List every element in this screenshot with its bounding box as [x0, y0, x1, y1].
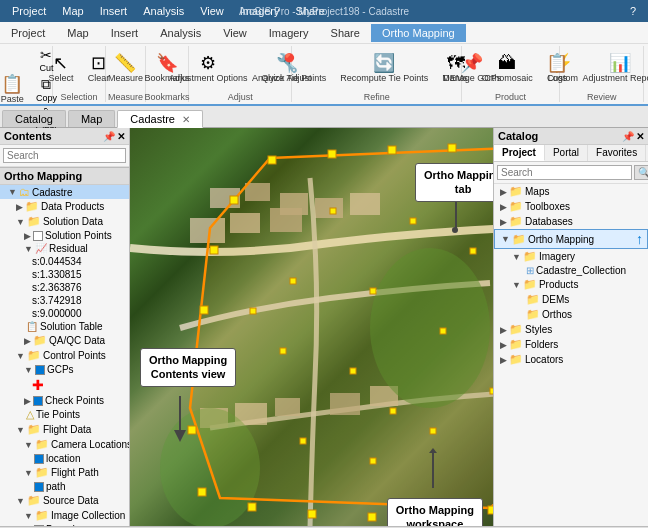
- adjustment-options-button[interactable]: ⚙ Adjustment Options: [164, 51, 253, 86]
- tree-item-s3[interactable]: s:2.363876: [0, 281, 129, 294]
- tree-item-image-collection[interactable]: ▼ 📁 Image Collection: [0, 508, 129, 523]
- tab-cadastre[interactable]: Cadastre ✕: [117, 110, 203, 128]
- orthomosaic-button[interactable]: 🏔 Orthomosaic: [477, 51, 538, 86]
- folder-icon-control-points: 📁: [27, 349, 41, 362]
- checkbox-gcps[interactable]: [35, 365, 45, 375]
- catalog-search-input[interactable]: [497, 165, 632, 180]
- tree-item-solution-data[interactable]: ▼ 📁 Solution Data: [0, 214, 129, 229]
- tree-item-data-products[interactable]: ▶ 📁 Data Products: [0, 199, 129, 214]
- tab-insert[interactable]: Insert: [100, 24, 150, 42]
- tree-item-control-points[interactable]: ▼ 📁 Control Points: [0, 348, 129, 363]
- tree-label-cadastre: Cadastre: [32, 187, 73, 198]
- cat-item-toolboxes[interactable]: ▶ 📁 Toolboxes: [494, 199, 648, 214]
- tree-label-solution-points: Solution Points: [45, 230, 112, 241]
- tree-label-s5: s:9.000000: [32, 308, 82, 319]
- pin-catalog-icon[interactable]: 📌: [622, 131, 634, 142]
- cat-item-locators[interactable]: ▶ 📁 Locators: [494, 352, 648, 367]
- tab-map-doc[interactable]: Map: [68, 110, 115, 127]
- tree-item-residual[interactable]: ▼ 📈 Residual: [0, 242, 129, 255]
- tree-label-camera-locations: Camera Locations: [51, 439, 129, 450]
- cat-label-databases: Databases: [525, 216, 573, 227]
- tree-item-tie-points[interactable]: △ Tie Points: [0, 407, 129, 422]
- tree-item-s4[interactable]: s:3.742918: [0, 294, 129, 307]
- analyze-tie-points-button[interactable]: 📍 Analyze Tie Points: [247, 51, 331, 86]
- checkbox-check-points[interactable]: [33, 396, 43, 406]
- tree-item-qaqc[interactable]: ▶ 📁 QA/QC Data: [0, 333, 129, 348]
- cat-item-styles[interactable]: ▶ 📁 Styles: [494, 322, 648, 337]
- menu-analysis[interactable]: Analysis: [135, 5, 192, 17]
- tree-item-flight-path[interactable]: ▼ 📁 Flight Path: [0, 465, 129, 480]
- svg-rect-28: [368, 513, 376, 521]
- tab-project[interactable]: Project: [0, 24, 56, 42]
- tree-item-solution-table[interactable]: 📋 Solution Table: [0, 320, 129, 333]
- checkbox-location[interactable]: [34, 454, 44, 464]
- tab-analysis[interactable]: Analysis: [149, 24, 212, 42]
- catalog-search-button[interactable]: 🔍: [634, 165, 648, 180]
- tab-map[interactable]: Map: [56, 24, 99, 42]
- catalog-tab-portal[interactable]: Portal: [545, 145, 588, 161]
- review-items: 📋 Logs 📊 Adjustment Report: [541, 46, 648, 90]
- dems-button[interactable]: 🗺 DEMs: [438, 51, 473, 86]
- logs-button[interactable]: 📋 Logs: [541, 51, 573, 86]
- tab-view[interactable]: View: [212, 24, 258, 42]
- tree-item-check-points[interactable]: ▶ Check Points: [0, 394, 129, 407]
- cat-item-dems[interactable]: 📁 DEMs: [494, 292, 648, 307]
- tree-item-camera-locations[interactable]: ▼ 📁 Camera Locations: [0, 437, 129, 452]
- svg-rect-19: [448, 144, 456, 152]
- cat-item-folders[interactable]: ▶ 📁 Folders: [494, 337, 648, 352]
- gcp-symbol: ✚: [32, 377, 44, 393]
- menu-map[interactable]: Map: [54, 5, 91, 17]
- callout-contents-line-svg: [170, 396, 250, 446]
- tree-item-location[interactable]: location: [0, 452, 129, 465]
- checkbox-boundary[interactable]: [34, 525, 44, 527]
- tree-item-gcps[interactable]: ▼ GCPs: [0, 363, 129, 376]
- cat-item-imagery[interactable]: ▼ 📁 Imagery: [494, 249, 648, 264]
- tree-item-s5[interactable]: s:9.000000: [0, 307, 129, 320]
- tree-item-cadastre[interactable]: ▼ 🗂 Cadastre: [0, 185, 129, 199]
- help-icon[interactable]: ?: [622, 5, 644, 17]
- paste-button[interactable]: 📋 Paste: [0, 72, 29, 107]
- close-icon[interactable]: ✕: [182, 114, 190, 125]
- refine-group-label: Refine: [364, 90, 390, 102]
- close-catalog-icon[interactable]: ✕: [636, 131, 644, 142]
- tree-item-s2[interactable]: s:1.330815: [0, 268, 129, 281]
- catalog-tab-favorites[interactable]: Favorites: [588, 145, 646, 161]
- cat-item-databases[interactable]: ▶ 📁 Databases: [494, 214, 648, 229]
- tree-label-s4: s:3.742918: [32, 295, 82, 306]
- menu-view[interactable]: View: [192, 5, 232, 17]
- tab-imagery[interactable]: Imagery: [258, 24, 320, 42]
- search-input[interactable]: [3, 148, 126, 163]
- checkbox-solution-points[interactable]: [33, 231, 43, 241]
- cat-item-ortho-mapping[interactable]: ▼ 📁 Ortho Mapping ↑: [494, 229, 648, 249]
- tree-label-gcps: GCPs: [47, 364, 74, 375]
- pin-icon[interactable]: 📌: [103, 131, 115, 142]
- cat-item-orthos[interactable]: 📁 Orthos: [494, 307, 648, 322]
- cat-item-maps[interactable]: ▶ 📁 Maps: [494, 184, 648, 199]
- tree-item-source-data[interactable]: ▼ 📁 Source Data: [0, 493, 129, 508]
- svg-rect-44: [350, 368, 356, 374]
- tree-item-flight-data[interactable]: ▼ 📁 Flight Data: [0, 422, 129, 437]
- menu-project[interactable]: Project: [4, 5, 54, 17]
- catalog-tab-project[interactable]: Project: [494, 145, 545, 161]
- tab-share[interactable]: Share: [320, 24, 371, 42]
- tree-item-boundary[interactable]: Boundary: [0, 523, 129, 526]
- checkbox-path[interactable]: [34, 482, 44, 492]
- ribbon-group-selection: ↖ Select ⊡ Clear Selection: [53, 46, 106, 102]
- map-area[interactable]: Ortho Mappingtab Ortho MappingContents v…: [130, 128, 493, 526]
- select-button[interactable]: ↖ Select: [43, 51, 78, 86]
- tab-catalog[interactable]: Catalog: [2, 110, 66, 127]
- tree-item-s1[interactable]: s:0.044534: [0, 255, 129, 268]
- cat-item-cadastre-collection[interactable]: ⊞ Cadastre_Collection: [494, 264, 648, 277]
- tree-item-solution-points[interactable]: ▶ Solution Points: [0, 229, 129, 242]
- tree-item-path[interactable]: path: [0, 480, 129, 493]
- tab-ortho-mapping[interactable]: Ortho Mapping: [371, 24, 466, 42]
- dems-icon: 🗺: [447, 54, 465, 72]
- tree-label-path: path: [46, 481, 65, 492]
- expand-folders: ▶: [500, 340, 507, 350]
- close-panel-icon[interactable]: ✕: [117, 131, 125, 142]
- adjustment-report-button[interactable]: 📊 Adjustment Report: [577, 51, 648, 86]
- cat-item-products[interactable]: ▼ 📁 Products: [494, 277, 648, 292]
- recompute-tie-points-button[interactable]: 🔄 Recompute Tie Points: [335, 51, 433, 86]
- svg-rect-47: [370, 458, 376, 464]
- menu-insert[interactable]: Insert: [92, 5, 136, 17]
